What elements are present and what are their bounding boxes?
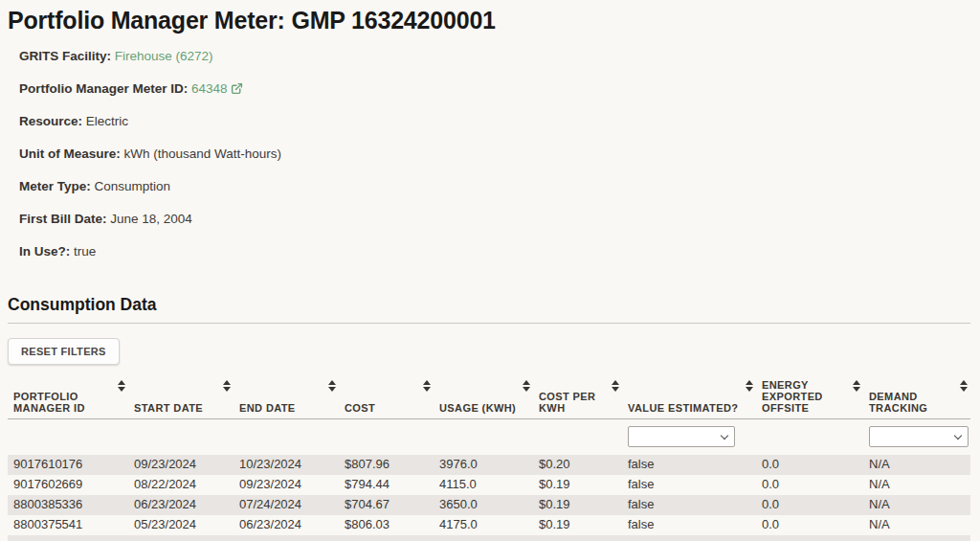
- column-header-label: Portfolio Manager ID: [13, 391, 85, 414]
- table-cell: 09/23/2024: [128, 455, 234, 475]
- detail-label: Meter Type:: [19, 179, 91, 193]
- table-cell: false: [622, 495, 756, 515]
- column-header-label: Demand Tracking: [869, 391, 927, 414]
- reset-filters-button[interactable]: RESET FILTERS: [8, 338, 120, 365]
- table-cell: [8, 535, 128, 541]
- table-row: 8800375541 05/23/2024 06/23/2024 $806.03…: [8, 515, 970, 535]
- column-header-label: Energy Exported Offsite: [762, 379, 823, 414]
- detail-row: First Bill Date: June 18, 2004: [19, 213, 980, 226]
- table-cell: N/A: [863, 495, 970, 515]
- table-cell: 06/23/2024: [234, 515, 339, 535]
- detail-value[interactable]: Firehouse (6272): [115, 49, 213, 63]
- table-cell: [863, 535, 970, 541]
- detail-value[interactable]: 64348: [191, 81, 228, 96]
- value-estimated-filter-select[interactable]: [628, 426, 735, 447]
- table-cell: [234, 535, 339, 541]
- table-filter-row: [8, 419, 970, 456]
- filter-cell-empty: [8, 419, 128, 456]
- table-cell: $807.96: [339, 455, 434, 475]
- table-row: 8800385336 06/23/2024 07/24/2024 $704.67…: [8, 495, 970, 515]
- column-header-portfolio-manager-id[interactable]: Portfolio Manager ID: [8, 377, 128, 419]
- value-estimated-filter: [628, 426, 735, 447]
- table-header-row: Portfolio Manager ID Start Date End Date…: [8, 377, 970, 419]
- table-cell: [434, 535, 533, 541]
- table-cell: [128, 535, 234, 541]
- detail-value: true: [74, 244, 96, 259]
- column-header-value-estimated[interactable]: Value Estimated?: [622, 377, 756, 419]
- column-header-usage-kwh[interactable]: Usage (KWH): [434, 377, 533, 419]
- column-header-demand-tracking[interactable]: Demand Tracking: [863, 377, 970, 419]
- table-cell: $704.67: [339, 495, 434, 515]
- table-cell: 06/23/2024: [128, 495, 234, 515]
- column-header-label: Value Estimated?: [628, 402, 738, 414]
- column-header-end-date[interactable]: End Date: [234, 377, 339, 419]
- filter-cell-empty: [339, 419, 434, 456]
- table-cell: N/A: [863, 515, 970, 535]
- filter-cell-empty: [234, 419, 339, 456]
- sort-icon: [523, 380, 530, 392]
- detail-label: GRITS Facility:: [19, 49, 111, 63]
- table-cell: 10/23/2024: [234, 455, 339, 475]
- table-cell: $0.19: [533, 475, 622, 495]
- detail-value: June 18, 2004: [110, 212, 192, 226]
- consumption-data-table: Portfolio Manager ID Start Date End Date…: [8, 377, 970, 541]
- table-cell: 0.0: [756, 475, 863, 495]
- column-header-label: Cost Per KWH: [539, 391, 595, 414]
- detail-label: Portfolio Manager Meter ID:: [19, 81, 188, 96]
- column-header-label: Cost: [345, 402, 375, 414]
- table-cell: $0.19: [533, 515, 622, 535]
- sort-icon: [612, 380, 619, 392]
- detail-value: Electric: [86, 114, 128, 128]
- table-cell: N/A: [863, 455, 970, 475]
- table-cell: $806.03: [339, 515, 434, 535]
- column-header-cost[interactable]: Cost: [339, 377, 434, 419]
- table-cell: false: [622, 515, 756, 535]
- table-cell: N/A: [863, 475, 970, 495]
- table-cell: 0.0: [756, 455, 863, 475]
- column-header-label: End Date: [239, 402, 296, 414]
- table-cell: [339, 535, 434, 541]
- table-cell: 8800385336: [8, 495, 128, 515]
- sort-icon: [746, 380, 753, 392]
- table-cell: $0.20: [533, 455, 622, 475]
- table-row: 9017610176 09/23/2024 10/23/2024 $807.96…: [8, 455, 970, 475]
- table-row-partial: [8, 535, 970, 541]
- column-header-label: Start Date: [134, 402, 203, 414]
- column-header-start-date[interactable]: Start Date: [128, 377, 234, 419]
- demand-tracking-filter-select[interactable]: [869, 426, 969, 447]
- table-cell: [533, 535, 622, 541]
- table-cell: 09/23/2024: [234, 475, 339, 495]
- page-title: Portfolio Manager Meter: GMP 16324200001: [8, 6, 980, 34]
- table-row: 9017602669 08/22/2024 09/23/2024 $794.44…: [8, 475, 970, 495]
- table-cell: $794.44: [339, 475, 434, 495]
- column-header-energy-exported-offsite[interactable]: Energy Exported Offsite: [756, 377, 863, 419]
- sort-icon: [223, 380, 231, 392]
- sort-icon: [960, 380, 968, 392]
- sort-icon: [328, 380, 336, 392]
- detail-row: GRITS Facility: Firehouse (6272): [19, 50, 980, 63]
- details-list: GRITS Facility: Firehouse (6272) Portfol…: [19, 50, 980, 259]
- table-cell: false: [622, 475, 756, 495]
- filter-cell-value-estimated: [622, 419, 756, 456]
- detail-label: First Bill Date:: [19, 212, 107, 226]
- detail-row: Resource: Electric: [19, 115, 980, 128]
- table-cell: 4175.0: [434, 515, 533, 535]
- external-link-icon[interactable]: [231, 82, 243, 95]
- table-cell: 3650.0: [434, 495, 533, 515]
- detail-row: In Use?: true: [19, 245, 980, 259]
- table-cell: 07/24/2024: [234, 495, 339, 515]
- table-cell: $0.19: [533, 495, 622, 515]
- table-cell: 0.0: [756, 495, 863, 515]
- table-cell: 3976.0: [434, 455, 533, 475]
- table-cell: [756, 535, 863, 541]
- table-body: 9017610176 09/23/2024 10/23/2024 $807.96…: [8, 455, 970, 541]
- table-cell: 0.0: [756, 515, 863, 535]
- table-cell: [622, 535, 756, 541]
- table-cell: 9017610176: [8, 455, 128, 475]
- column-header-cost-per-kwh[interactable]: Cost Per KWH: [533, 377, 622, 419]
- sort-icon: [118, 380, 125, 392]
- detail-row: Meter Type: Consumption: [19, 180, 980, 193]
- detail-row: Portfolio Manager Meter ID: 64348: [19, 82, 980, 96]
- column-header-label: Usage (KWH): [439, 402, 516, 414]
- detail-label: Unit of Measure:: [19, 147, 121, 161]
